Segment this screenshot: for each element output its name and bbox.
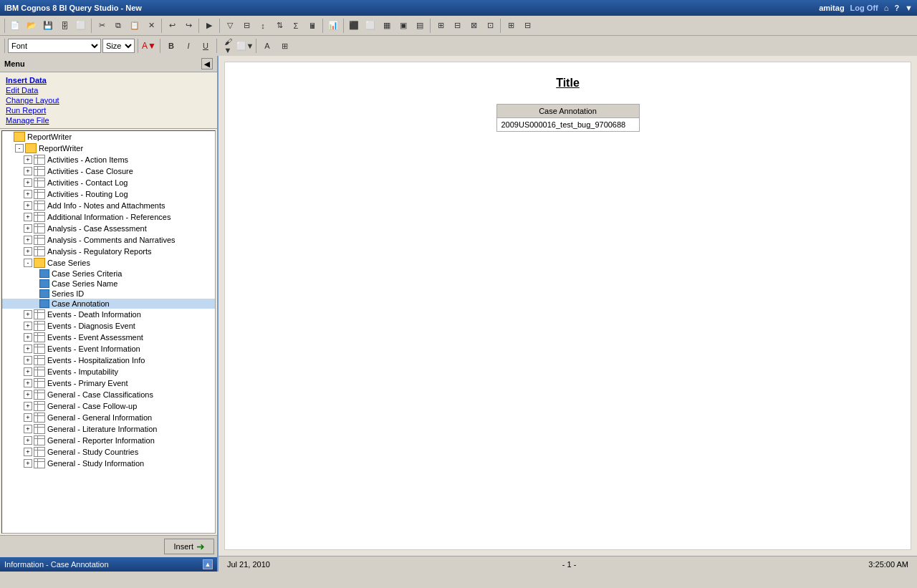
- expand-cas[interactable]: -: [24, 259, 32, 267]
- expand-gen-si[interactable]: +: [24, 459, 32, 468]
- expand-gen-gi[interactable]: +: [24, 413, 32, 422]
- expand-evt-hi[interactable]: +: [24, 356, 32, 365]
- run-btn[interactable]: ▶: [201, 18, 217, 34]
- misc3-btn[interactable]: ⊠: [466, 18, 481, 34]
- misc2-btn[interactable]: ⊟: [449, 18, 465, 34]
- expand-ana-cn[interactable]: +: [24, 236, 32, 244]
- pivot3-btn[interactable]: ▦: [379, 18, 395, 34]
- home-icon[interactable]: ⌂: [884, 4, 889, 12]
- chart-btn[interactable]: 📊: [325, 18, 341, 34]
- tree-node-act-ai[interactable]: + Activities - Action Items: [2, 154, 215, 165]
- redo-btn[interactable]: ↪: [181, 18, 196, 34]
- font-color-btn[interactable]: A▼: [141, 38, 157, 54]
- misc4-btn[interactable]: ⊡: [482, 18, 498, 34]
- tree-node-evt-ei[interactable]: + Events - Event Information: [2, 343, 215, 355]
- btn5[interactable]: ⬜: [73, 18, 89, 34]
- tree-node-add-na[interactable]: + Add Info - Notes and Attachments: [2, 200, 215, 211]
- tree-node-evt-hi[interactable]: + Events - Hospitalization Info: [2, 355, 215, 366]
- save-as-btn[interactable]: 🗄: [57, 18, 72, 34]
- tree-node-rw2[interactable]: - ReportWriter: [2, 143, 215, 154]
- tree-node-evt-de[interactable]: + Events - Diagnosis Event: [2, 320, 215, 332]
- font-select[interactable]: Font: [8, 39, 101, 53]
- italic-btn[interactable]: I: [181, 38, 196, 54]
- misc1-btn[interactable]: ⊞: [433, 18, 448, 34]
- expand-evt-di[interactable]: +: [24, 310, 32, 319]
- expand-act-rl[interactable]: +: [24, 190, 32, 198]
- menu-item-insert-data[interactable]: Insert Data: [6, 75, 211, 85]
- expand-evt-ea[interactable]: +: [24, 333, 32, 342]
- tree-node-evt-di[interactable]: + Events - Death Information: [2, 309, 215, 320]
- tree-node-cas-sn[interactable]: Case Series Name: [2, 279, 215, 289]
- sort2-btn[interactable]: ⇅: [272, 18, 287, 34]
- pivot-btn[interactable]: ⬛: [346, 18, 362, 34]
- expand-add-na[interactable]: +: [24, 201, 32, 210]
- menu-item-change-layout[interactable]: Change Layout: [6, 95, 211, 105]
- tree-node-cas-cr[interactable]: Case Series Criteria: [2, 269, 215, 279]
- filter-btn[interactable]: ▽: [222, 18, 238, 34]
- calc-btn[interactable]: 🖩: [304, 18, 320, 34]
- tree-node-gen-cf[interactable]: + General - Case Follow-up: [2, 400, 215, 412]
- menu-item-run-report[interactable]: Run Report: [6, 105, 211, 115]
- text-size-btn[interactable]: A: [259, 38, 275, 54]
- expand-act-cl[interactable]: +: [24, 178, 32, 187]
- tree-node-ana-rr[interactable]: + Analysis - Regulatory Reports: [2, 246, 215, 257]
- misc6-btn[interactable]: ⊟: [519, 18, 535, 34]
- insert-button[interactable]: Insert ➜: [164, 539, 214, 554]
- pivot4-btn[interactable]: ▣: [395, 18, 411, 34]
- expand-evt-de[interactable]: +: [24, 322, 32, 330]
- expand-act-cc[interactable]: +: [24, 167, 32, 175]
- highlight-btn[interactable]: 🖌▼: [220, 38, 236, 54]
- dropdown-icon[interactable]: ▼: [905, 4, 913, 12]
- new-btn[interactable]: 📄: [7, 18, 23, 34]
- bold-btn[interactable]: B: [163, 38, 179, 54]
- misc5-btn[interactable]: ⊞: [503, 18, 519, 34]
- tree-node-gen-sc[interactable]: + General - Study Countries: [2, 446, 215, 458]
- expand-evt-ei[interactable]: +: [24, 344, 32, 353]
- collapse-info-btn[interactable]: ▲: [203, 559, 213, 569]
- tree-node-act-cl[interactable]: + Activities - Contact Log: [2, 177, 215, 188]
- tree-node-add-ir[interactable]: + Additional Information - References: [2, 211, 215, 223]
- help-icon[interactable]: ?: [894, 4, 899, 12]
- expand-gen-cc[interactable]: +: [24, 390, 32, 399]
- tree-node-gen-gi[interactable]: + General - General Information: [2, 412, 215, 423]
- tree-node-ana-cn[interactable]: + Analysis - Comments and Narratives: [2, 234, 215, 246]
- menu-item-manage-file[interactable]: Manage File: [6, 115, 211, 125]
- expand-add-ir[interactable]: +: [24, 213, 32, 221]
- table-btn[interactable]: ⊞: [277, 38, 292, 54]
- expand-evt-im[interactable]: +: [24, 367, 32, 376]
- tree-node-evt-pe[interactable]: + Events - Primary Event: [2, 377, 215, 389]
- expand-rw2[interactable]: -: [15, 144, 24, 153]
- tree-node-cas-ca[interactable]: Case Annotation: [2, 299, 215, 309]
- tree-node-evt-im[interactable]: + Events - Imputability: [2, 366, 215, 377]
- sum-btn[interactable]: Σ: [288, 18, 304, 34]
- delete-btn[interactable]: ✕: [143, 18, 159, 34]
- cut-btn[interactable]: ✂: [94, 18, 110, 34]
- logoff-link[interactable]: Log Off: [850, 4, 878, 12]
- open-btn[interactable]: 📂: [24, 18, 39, 34]
- copy-btn[interactable]: ⧉: [110, 18, 126, 34]
- tree-area[interactable]: ReportWriter - ReportWriter + Activities…: [1, 130, 216, 534]
- border-btn[interactable]: ⬜▼: [237, 38, 253, 54]
- filter2-btn[interactable]: ⊟: [239, 18, 254, 34]
- tree-node-gen-cc[interactable]: + General - Case Classifications: [2, 389, 215, 400]
- expand-ana-ca[interactable]: +: [24, 224, 32, 233]
- tree-node-rw[interactable]: ReportWriter: [2, 131, 215, 143]
- underline-btn[interactable]: U: [198, 38, 213, 54]
- tree-node-gen-si[interactable]: + General - Study Information: [2, 458, 215, 469]
- tree-node-ana-ca[interactable]: + Analysis - Case Assessment: [2, 223, 215, 234]
- expand-gen-ri[interactable]: +: [24, 436, 32, 445]
- menu-item-edit-data[interactable]: Edit Data: [6, 85, 211, 95]
- expand-act-ai[interactable]: +: [24, 155, 32, 164]
- expand-gen-cf[interactable]: +: [24, 402, 32, 410]
- tree-node-gen-li[interactable]: + General - Literature Information: [2, 423, 215, 435]
- expand-ana-rr[interactable]: +: [24, 247, 32, 256]
- size-select[interactable]: Size: [102, 39, 135, 53]
- undo-btn[interactable]: ↩: [164, 18, 180, 34]
- collapse-menu-btn[interactable]: ◀: [201, 58, 213, 69]
- expand-gen-li[interactable]: +: [24, 425, 32, 433]
- tree-node-gen-ri[interactable]: + General - Reporter Information: [2, 435, 215, 446]
- pivot2-btn[interactable]: ⬜: [363, 18, 378, 34]
- tree-node-act-cc[interactable]: + Activities - Case Closure: [2, 165, 215, 177]
- tree-node-cas-si[interactable]: Series ID: [2, 289, 215, 299]
- save-btn[interactable]: 💾: [40, 18, 56, 34]
